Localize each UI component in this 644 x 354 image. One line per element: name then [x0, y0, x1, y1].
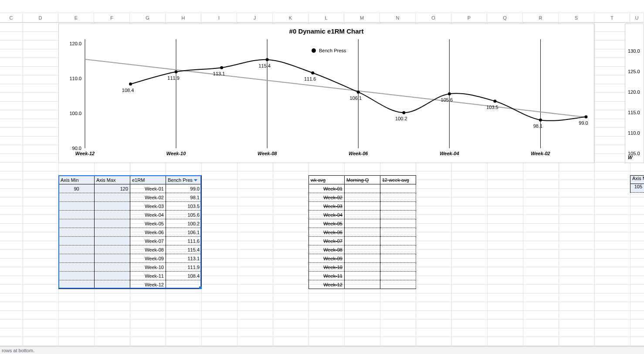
column-header-D[interactable]: D	[23, 13, 58, 23]
table1-header[interactable]: Axis Max	[95, 176, 130, 184]
e1rm-value-cell[interactable]: 98.1	[166, 193, 202, 202]
table1-header[interactable]: Bench Pres	[166, 176, 202, 184]
axis-min-cell[interactable]	[59, 272, 95, 280]
twelve-wk-avg-cell[interactable]	[380, 193, 416, 202]
twelve-wk-avg-cell[interactable]	[380, 202, 416, 211]
table1-header[interactable]: e1RM	[130, 176, 166, 184]
morning-q-cell[interactable]	[345, 237, 380, 245]
column-header-L[interactable]: L	[308, 13, 344, 23]
e1rm-chart[interactable]: #0 Dynamic e1RM Chart 90.0100.0110.0120.…	[58, 24, 594, 163]
e1rm-value-cell[interactable]: 111.9	[166, 263, 202, 272]
twelve-wk-avg-cell[interactable]	[380, 211, 416, 219]
week-label-cell[interactable]: Week-08	[130, 245, 166, 254]
axis-min-cell[interactable]	[59, 237, 95, 245]
wk-avg-week-cell[interactable]: Week-08	[309, 245, 345, 254]
e1rm-value-cell[interactable]: 108.4	[166, 272, 202, 280]
week-label-cell[interactable]: Week-09	[130, 254, 166, 263]
column-header-T[interactable]: T	[594, 13, 630, 23]
table1-header[interactable]: Axis Min	[59, 176, 95, 184]
morning-q-cell[interactable]	[345, 211, 380, 219]
column-header-F[interactable]: F	[94, 13, 130, 23]
twelve-wk-avg-cell[interactable]	[380, 245, 416, 254]
table2-header[interactable]: 12 week avg	[380, 176, 416, 184]
morning-q-cell[interactable]	[345, 193, 380, 202]
morning-q-cell[interactable]	[345, 184, 380, 193]
e1rm-value-cell[interactable]: 103.5	[166, 202, 202, 211]
week-label-cell[interactable]: Week-07	[130, 237, 166, 245]
morning-q-cell[interactable]	[345, 280, 380, 289]
column-header-E[interactable]: E	[58, 13, 94, 23]
column-header-P[interactable]: P	[451, 13, 487, 23]
twelve-wk-avg-cell[interactable]	[380, 254, 416, 263]
week-label-cell[interactable]: Week-12	[130, 280, 166, 289]
e1rm-data-table[interactable]: Axis MinAxis Maxe1RMBench Pres90120Week-…	[58, 175, 202, 289]
e1rm-value-cell[interactable]: 106.1	[166, 228, 202, 237]
axis-max-cell[interactable]	[95, 237, 130, 245]
week-label-cell[interactable]: Week-02	[130, 193, 166, 202]
e1rm-value-cell[interactable]: 105.6	[166, 211, 202, 219]
wk-avg-week-cell[interactable]: Week-04	[309, 211, 345, 219]
column-header-N[interactable]: N	[380, 13, 416, 23]
column-header-J[interactable]: J	[237, 13, 273, 23]
axis-max-cell[interactable]	[95, 211, 130, 219]
axis-max-cell[interactable]	[95, 272, 130, 280]
wk-avg-week-cell[interactable]: Week-09	[309, 254, 345, 263]
filter-dropdown-icon[interactable]	[194, 179, 197, 181]
morning-q-cell[interactable]	[345, 219, 380, 228]
twelve-wk-avg-cell[interactable]	[380, 184, 416, 193]
axis-min-cell[interactable]	[59, 193, 95, 202]
column-header-O[interactable]: O	[416, 13, 451, 23]
morning-q-cell[interactable]	[345, 245, 380, 254]
wk-avg-week-cell[interactable]: Week-11	[309, 272, 345, 280]
cells-area[interactable]: #0 Dynamic e1RM Chart 90.0100.0110.0120.…	[0, 23, 644, 346]
week-label-cell[interactable]: Week-03	[130, 202, 166, 211]
e1rm-value-cell[interactable]	[166, 280, 202, 289]
axis-min-cell[interactable]	[59, 245, 95, 254]
e1rm-value-cell[interactable]: 99.0	[166, 184, 202, 193]
week-label-cell[interactable]: Week-06	[130, 228, 166, 237]
week-label-cell[interactable]: Week-05	[130, 219, 166, 228]
axis-min-cell[interactable]	[59, 263, 95, 272]
e1rm-value-cell[interactable]: 115.4	[166, 245, 202, 254]
twelve-wk-avg-cell[interactable]	[380, 237, 416, 245]
column-header-U[interactable]: U	[630, 13, 644, 23]
wk-avg-week-cell[interactable]: Week-02	[309, 193, 345, 202]
column-header-G[interactable]: G	[130, 13, 166, 23]
e1rm-value-cell[interactable]: 113.1	[166, 254, 202, 263]
week-label-cell[interactable]: Week-10	[130, 263, 166, 272]
axis-max-cell[interactable]: 120	[95, 184, 130, 193]
axis-max-cell[interactable]	[95, 280, 130, 289]
twelve-wk-avg-cell[interactable]	[380, 263, 416, 272]
morning-q-cell[interactable]	[345, 254, 380, 263]
axis-min-cell[interactable]	[59, 254, 95, 263]
morning-q-cell[interactable]	[345, 272, 380, 280]
axis-min-cell[interactable]	[59, 280, 95, 289]
axis-max-cell[interactable]	[95, 202, 130, 211]
twelve-wk-avg-cell[interactable]	[380, 219, 416, 228]
column-header-Q[interactable]: Q	[487, 13, 523, 23]
wk-avg-week-cell[interactable]: Week-07	[309, 237, 345, 245]
column-header-R[interactable]: R	[523, 13, 559, 23]
morning-q-cell[interactable]	[345, 202, 380, 211]
axis-max-cell[interactable]	[95, 219, 130, 228]
axis-min-cell[interactable]	[59, 202, 95, 211]
e1rm-value-cell[interactable]: 100.2	[166, 219, 202, 228]
week-label-cell[interactable]: Week-11	[130, 272, 166, 280]
wk-avg-table[interactable]: wk avgMorning Q12 week avgWeek-01Week-02…	[308, 175, 416, 289]
week-label-cell[interactable]: Week-04	[130, 211, 166, 219]
column-header-I[interactable]: I	[201, 13, 237, 23]
e1rm-value-cell[interactable]: 111.6	[166, 237, 202, 245]
wk-avg-week-cell[interactable]: Week-10	[309, 263, 345, 272]
axis-min-cell[interactable]	[59, 228, 95, 237]
table2-header[interactable]: Morning Q	[345, 176, 380, 184]
column-header-M[interactable]: M	[344, 13, 380, 23]
twelve-wk-avg-cell[interactable]	[380, 272, 416, 280]
wk-avg-week-cell[interactable]: Week-03	[309, 202, 345, 211]
axis-max-cell[interactable]	[95, 254, 130, 263]
table2-header[interactable]: wk avg	[309, 176, 345, 184]
morning-q-cell[interactable]	[345, 263, 380, 272]
axis-min-cell[interactable]	[59, 219, 95, 228]
axis-max-cell[interactable]	[95, 263, 130, 272]
spreadsheet-grid[interactable]: CDEFGHIJKLMNOPQRSTU #0 Dynamic e1RM Char…	[0, 13, 644, 346]
column-header-K[interactable]: K	[273, 13, 308, 23]
